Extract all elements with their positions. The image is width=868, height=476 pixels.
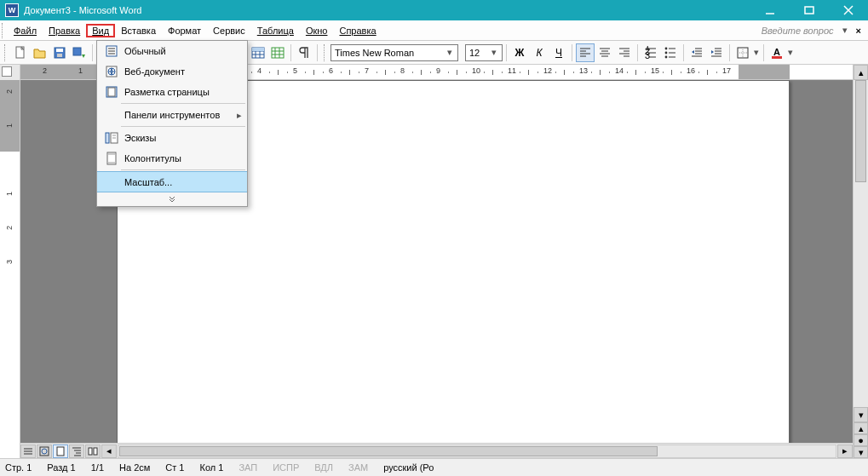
view-layout-item[interactable]: Разметка страницы [97,82,247,102]
view-menu-dropdown: Обычный Веб-документ Разметка страницы П… [96,40,248,207]
status-ovr: ЗАМ [348,462,368,473]
border-dropdown[interactable]: ▾ [753,47,760,58]
font-color-dropdown[interactable]: ▾ [787,47,794,58]
menu-insert[interactable]: Вставка [115,24,162,37]
insert-table-button[interactable] [249,43,267,62]
browse-object-up-button[interactable]: ▴ [854,422,868,434]
svg-text:3: 3 [645,50,650,60]
show-paragraph-button[interactable] [295,43,313,62]
vertical-ruler[interactable]: 2 1 1 2 3 [0,65,20,458]
view-thumbnails-item[interactable]: Эскизы [97,128,247,148]
open-button[interactable] [31,43,49,62]
print-layout-view-button[interactable] [53,444,68,458]
vscroll-track[interactable] [854,80,868,407]
italic-button[interactable]: К [530,43,549,62]
svg-rect-27 [252,48,264,51]
numbered-list-button[interactable]: 123 [641,43,660,62]
menu-file[interactable]: Файл [8,24,43,37]
normal-view-button[interactable] [20,444,36,458]
menu-format[interactable]: Формат [162,24,207,37]
chevron-down-icon: ▾ [488,47,500,58]
svg-point-74 [42,449,47,454]
font-size-combo[interactable]: 12 ▾ [465,44,503,61]
svg-rect-1 [805,7,813,14]
status-at: На 2см [119,462,150,473]
menu-help[interactable]: Справка [333,24,382,37]
header-footer-icon [102,152,121,165]
svg-point-51 [665,47,668,49]
word-app-icon: W [5,3,19,17]
status-pages: 1/1 [91,462,104,473]
svg-rect-28 [272,48,284,58]
view-web-item[interactable]: Веб-документ [97,61,247,82]
border-button[interactable] [733,43,752,62]
view-normal-item[interactable]: Обычный [97,41,247,61]
align-center-button[interactable] [595,43,614,62]
align-left-button[interactable] [576,43,595,62]
scroll-left-button[interactable]: ◂ [101,444,117,458]
horizontal-scrollbar: ◂ ▸ [20,443,853,458]
grip-icon [324,44,327,61]
hscroll-thumb[interactable] [119,446,658,456]
font-name-combo[interactable]: Times New Roman ▾ [331,44,458,61]
insert-excel-button[interactable] [268,43,287,62]
scroll-down-button[interactable]: ▾ [854,407,868,422]
status-ext: ВДЛ [314,462,333,473]
menu-edit[interactable]: Правка [43,24,86,37]
menu-service[interactable]: Сервис [207,24,251,37]
underline-button[interactable]: Ч [549,43,568,62]
menu-table[interactable]: Таблица [251,24,300,37]
svg-point-55 [665,55,668,58]
minimize-button[interactable] [750,0,790,20]
decrease-indent-button[interactable] [687,43,706,62]
outline-view-button[interactable] [69,444,84,458]
select-browse-object-button[interactable]: ● [854,434,868,446]
menu-bar: Файл Правка Вид Вставка Формат Сервис Та… [0,20,868,41]
align-right-button[interactable] [615,43,634,62]
bullet-list-button[interactable] [661,43,680,62]
save-button[interactable] [50,43,69,62]
bold-button[interactable]: Ж [510,43,529,62]
close-document-button[interactable]: × [851,26,866,36]
svg-rect-96 [108,153,115,155]
menu-view[interactable]: Вид [86,24,115,37]
font-name-value: Times New Roman [335,48,414,58]
ask-question-input[interactable]: Введите вопрос [762,26,839,36]
scroll-right-button[interactable]: ▸ [837,444,853,458]
status-fix: ИСПР [273,462,299,473]
menu-window[interactable]: Окно [300,24,334,37]
status-bar: Стр. 1 Разд 1 1/1 На 2см Ст 1 Кол 1 ЗАП … [0,458,868,476]
status-col: Кол 1 [199,462,223,473]
save-dropdown-button[interactable] [70,43,89,62]
question-dropdown-icon[interactable]: ▾ [839,25,851,36]
svg-point-53 [665,51,668,54]
web-view-button[interactable] [37,444,52,458]
svg-rect-7 [57,54,62,57]
svg-text:A: A [773,47,780,57]
chevron-down-icon: ▾ [444,47,456,58]
ruler-corner-icon [2,66,12,77]
maximize-button[interactable] [790,0,829,20]
web-layout-icon [102,65,121,78]
status-line: Ст 1 [165,462,184,473]
svg-rect-81 [94,448,97,455]
hscroll-track[interactable] [118,444,836,458]
browse-object-down-button[interactable]: ▾ [854,446,868,458]
svg-rect-69 [772,56,782,59]
new-document-button[interactable] [11,43,30,62]
vertical-scrollbar: ▴ ▾ ▴ ● ▾ [853,65,868,458]
font-color-button[interactable]: A [767,43,786,62]
increase-indent-button[interactable] [707,43,726,62]
menu-expand-button[interactable] [97,192,247,206]
reading-view-button[interactable] [85,444,101,458]
view-toolbars-item[interactable]: Панели инструментов ▸ [97,105,247,125]
normal-view-icon [102,44,121,58]
view-zoom-item[interactable]: Масштаб... [97,171,247,192]
svg-rect-6 [56,49,63,52]
window-title: Документ3 - Microsoft Word [24,5,141,15]
view-header-footer-item[interactable]: Колонтитулы [97,148,247,169]
submenu-arrow-icon: ▸ [237,110,242,121]
scroll-up-button[interactable]: ▴ [854,65,868,80]
close-button[interactable] [829,0,868,20]
vscroll-thumb[interactable] [855,80,866,182]
